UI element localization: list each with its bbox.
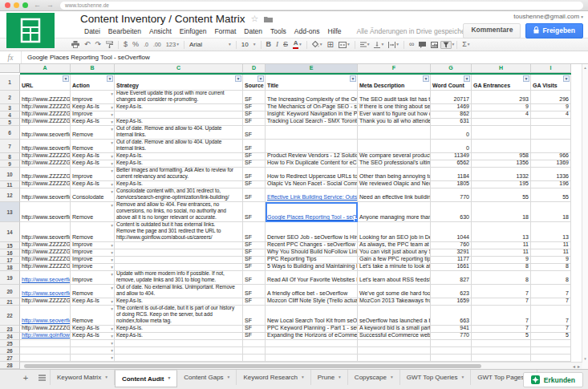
filter-button-icon[interactable]: ▼ bbox=[63, 75, 69, 82]
dropdown-caret-icon[interactable]: ▾ bbox=[111, 326, 113, 332]
tab-copyscape[interactable]: Copyscape▾ bbox=[348, 370, 400, 385]
cell-strategy-23[interactable]: Keep As-Is. bbox=[115, 326, 243, 333]
cell-meta-12[interactable]: Need an effective link building se bbox=[358, 188, 431, 202]
font-family-select[interactable]: Arial▾ bbox=[187, 41, 233, 49]
dropdown-caret-icon[interactable]: ▾ bbox=[111, 202, 113, 209]
tab-caret-icon[interactable]: ▾ bbox=[461, 375, 464, 380]
cell-source-14[interactable]: SF bbox=[243, 222, 266, 242]
menu-einf-gen[interactable]: Einfügen bbox=[176, 27, 211, 35]
row-header-28[interactable]: 28 bbox=[0, 362, 20, 369]
scroll-left-icon[interactable]: ◂ bbox=[573, 363, 575, 369]
cell-strategy-16[interactable] bbox=[115, 249, 243, 257]
cell-ga-entrances-2[interactable]: 293 bbox=[472, 91, 531, 104]
cell-strategy-13[interactable]: Remove and allow to 404. Few entrances, … bbox=[115, 202, 243, 222]
horizontal-scrollbar-thumb[interactable] bbox=[24, 364, 481, 368]
menu-format[interactable]: Format bbox=[210, 27, 240, 35]
dropdown-caret-icon[interactable]: ▾ bbox=[111, 153, 113, 160]
tab-content-audit[interactable]: Content Audit▾ bbox=[115, 370, 177, 387]
dropdown-caret-icon[interactable]: ▾ bbox=[111, 306, 113, 312]
tab-prune[interactable]: Prune▾ bbox=[311, 370, 348, 385]
cell-action-11[interactable]: Keep As-Is▾ bbox=[71, 181, 115, 188]
row-header-26[interactable]: 26 bbox=[0, 347, 20, 355]
format-percent-icon[interactable]: % bbox=[130, 40, 141, 49]
merge-cells-icon[interactable]: ▾ bbox=[336, 41, 352, 49]
dropdown-caret-icon[interactable]: ▾ bbox=[111, 222, 113, 229]
cell-meta-23[interactable]: A keyword bid is a small part of w bbox=[358, 326, 431, 333]
cell-meta-2[interactable]: The SEO audit task list has triplec bbox=[358, 91, 431, 104]
column-header-A[interactable]: A bbox=[20, 64, 71, 73]
cell-strategy-8[interactable]: Keep As-Is. bbox=[115, 153, 243, 160]
cell-strategy-21[interactable]: Keep As-Is. bbox=[115, 298, 243, 306]
cell-action-10[interactable]: Improve▾ bbox=[71, 168, 115, 181]
row-header-13[interactable]: 13 bbox=[0, 202, 20, 222]
tab-caret-icon[interactable]: ▾ bbox=[339, 375, 341, 380]
cell-title-18[interactable]: 5 Ways to Building and Maintaining Heal bbox=[266, 264, 358, 271]
cell-strategy-25[interactable] bbox=[115, 340, 243, 347]
cell-word-count-14[interactable]: 1044 bbox=[431, 222, 472, 242]
horizontal-align-icon[interactable]: ▾ bbox=[358, 41, 372, 48]
cell-source-18[interactable]: SF bbox=[243, 264, 266, 271]
cell-url-23[interactable]: http://www.ZZZZZG bbox=[20, 326, 71, 333]
cell-word-count-26[interactable] bbox=[431, 347, 472, 355]
address-bar[interactable]: www.toushenne.de bbox=[60, 2, 583, 10]
cell-meta-17[interactable]: Gain a few PPC reporting tips anc bbox=[358, 257, 431, 264]
cell-title-22[interactable]: New Local Search Tool Kit from seOverf bbox=[266, 306, 358, 326]
cell-url-16[interactable]: http://www.ZZZZZG bbox=[20, 249, 71, 257]
cell-action-18[interactable]: Improve▾ bbox=[71, 264, 115, 271]
cell-strategy-24[interactable]: Keep As-Is. bbox=[115, 333, 243, 340]
cell-action-13[interactable]: Remove▾ bbox=[71, 202, 115, 222]
cell-ga-visits-18[interactable]: 8 bbox=[531, 264, 571, 271]
row-header-9[interactable]: 9 bbox=[0, 160, 20, 168]
formula-input[interactable]: Google Places Reporting Tool - seOverflo… bbox=[22, 51, 150, 63]
cell-action-5[interactable]: Keep As-Is▾ bbox=[71, 119, 115, 126]
row-header-16[interactable]: 16 bbox=[0, 249, 20, 257]
header-cell-url[interactable]: URL▼ bbox=[20, 75, 71, 91]
cell-ga-visits-20[interactable]: 7 bbox=[531, 285, 571, 298]
cell-ga-visits-15[interactable]: 11 bbox=[531, 242, 571, 249]
cell-title-25[interactable] bbox=[266, 340, 358, 347]
row-header-19[interactable]: 19 bbox=[0, 271, 20, 285]
browser-back-icon[interactable]: ← bbox=[34, 2, 41, 9]
tab-caret-icon[interactable]: ▾ bbox=[168, 376, 170, 381]
cell-action-16[interactable]: Improve▾ bbox=[71, 249, 115, 257]
cell-title-21[interactable]: Mozcon Cliff Note Style (Trello actually… bbox=[266, 298, 358, 306]
all-sheets-menu-icon[interactable] bbox=[34, 370, 50, 385]
cell-source-9[interactable]: SF bbox=[243, 160, 266, 168]
row-header-12[interactable]: 12 bbox=[0, 188, 20, 202]
menu-bearbeiten[interactable]: Bearbeiten bbox=[104, 27, 145, 35]
decrease-decimal-icon[interactable]: .0 bbox=[141, 41, 151, 48]
cell-url-12[interactable]: http://www.seoverflo bbox=[20, 188, 71, 202]
row-header-4[interactable]: 4 bbox=[0, 111, 20, 119]
minimize-window-button[interactable] bbox=[14, 2, 19, 8]
cell-source-21[interactable]: SF bbox=[243, 298, 266, 306]
cell-source-13[interactable]: SF bbox=[243, 202, 266, 222]
filter-button-icon[interactable]: ▼ bbox=[423, 75, 429, 82]
cell-title-2[interactable]: The Increasing Complexity of the Organi bbox=[266, 91, 358, 104]
cell-ga-entrances-11[interactable]: 195 bbox=[472, 181, 531, 188]
cell-action-27[interactable]: ▾ bbox=[71, 355, 115, 362]
cell-word-count-13[interactable]: 630 bbox=[431, 202, 472, 222]
cell-title-9[interactable]: How to Fix Duplicate Content for eComn bbox=[266, 160, 358, 168]
cell-action-4[interactable]: Improve▾ bbox=[71, 111, 115, 119]
column-header-F[interactable]: F bbox=[358, 64, 431, 73]
cell-meta-26[interactable] bbox=[358, 347, 431, 355]
cell-title-11[interactable]: Olapic Vs Neon Facet - Social Commerc bbox=[266, 181, 358, 188]
cell-ga-visits-11[interactable]: 196 bbox=[531, 181, 571, 188]
cell-source-12[interactable]: SF bbox=[243, 188, 266, 202]
cell-ga-visits-8[interactable]: 966 bbox=[531, 153, 571, 160]
cell-action-3[interactable]: Keep As-Is▾ bbox=[71, 104, 115, 111]
cell-title-7[interactable] bbox=[266, 140, 358, 153]
cell-ga-entrances-3[interactable]: 9 bbox=[472, 104, 531, 111]
menu-tools[interactable]: Tools bbox=[266, 27, 290, 35]
header-cell-meta[interactable]: Meta Description▼ bbox=[358, 75, 431, 91]
cell-ga-entrances-12[interactable]: 55 bbox=[472, 188, 531, 202]
cell-ga-entrances-24[interactable]: 5 bbox=[472, 333, 531, 340]
cell-url-21[interactable]: http://www.ZZZZZG bbox=[20, 298, 71, 306]
dropdown-caret-icon[interactable]: ▾ bbox=[111, 126, 113, 132]
dropdown-caret-icon[interactable]: ▾ bbox=[111, 181, 113, 188]
comments-button[interactable]: Kommentare bbox=[463, 23, 521, 38]
dropdown-caret-icon[interactable]: ▾ bbox=[111, 347, 113, 354]
document-title[interactable]: Content Inventory / Content Matrix bbox=[80, 13, 245, 25]
cell-ga-entrances-7[interactable] bbox=[472, 140, 531, 153]
cell-title-24[interactable]: Expanding the Horizons of eCommerce - bbox=[266, 333, 358, 340]
